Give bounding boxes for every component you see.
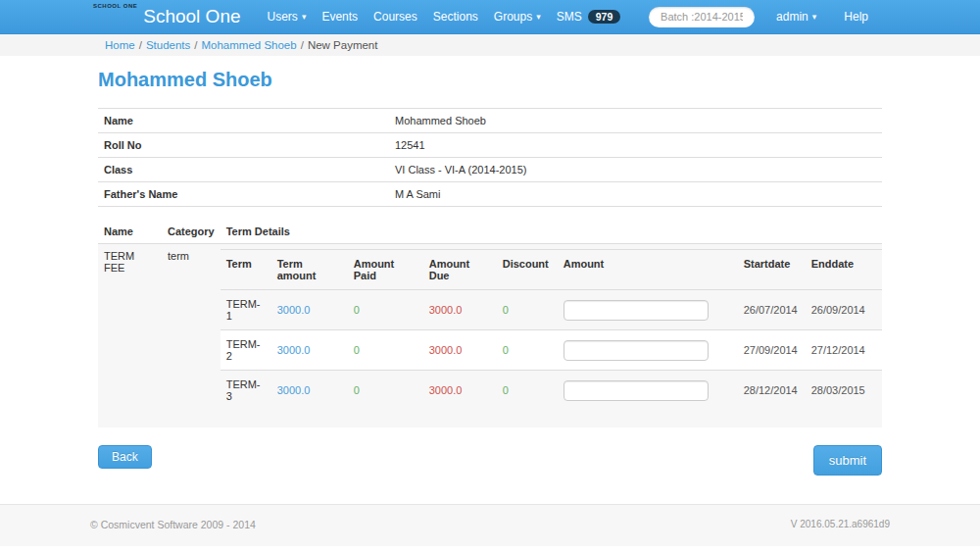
enddate-value: 26/09/2014 bbox=[811, 304, 865, 316]
batch-search-input[interactable] bbox=[649, 7, 755, 27]
table-header-row: Name Category Term Details bbox=[98, 220, 882, 244]
chevron-down-icon: ▾ bbox=[302, 12, 307, 22]
detail-value: Mohammed Shoeb bbox=[389, 109, 882, 133]
chevron-down-icon: ▾ bbox=[812, 12, 817, 22]
amount-due-value: 3000.0 bbox=[429, 304, 463, 316]
amount-input[interactable] bbox=[564, 380, 709, 401]
footer-version: V 2016.05.21.a6961d9 bbox=[791, 519, 890, 530]
breadcrumb-separator: / bbox=[139, 39, 142, 51]
fee-row: TERM FEE term Term Term amount Amount Pa… bbox=[98, 244, 882, 428]
startdate-value: 28/12/2014 bbox=[744, 384, 798, 396]
enddate-value: 27/12/2014 bbox=[811, 344, 865, 356]
nav-item-groups[interactable]: Groups ▾ bbox=[486, 0, 549, 33]
nav-item-events[interactable]: Events bbox=[314, 0, 366, 33]
column-header-enddate: Enddate bbox=[806, 250, 882, 290]
nav-item-users[interactable]: Users ▾ bbox=[260, 0, 315, 33]
term-table: Term Term amount Amount Paid Amount Due … bbox=[220, 249, 882, 410]
amount-input[interactable] bbox=[564, 340, 709, 361]
amount-due-value: 3000.0 bbox=[429, 384, 463, 396]
app-logo: SCHOOL ONE bbox=[93, 3, 137, 9]
term-name: TERM-3 bbox=[220, 371, 271, 411]
table-header-row: Term Term amount Amount Paid Amount Due … bbox=[220, 250, 882, 290]
navbar: SCHOOL ONE School One Users ▾ Events Cou… bbox=[0, 0, 980, 34]
term-amount-link[interactable]: 3000.0 bbox=[277, 304, 311, 316]
term-row: TERM-2 3000.0 0 3000.0 0 27/09/2014 27/1… bbox=[220, 330, 882, 371]
column-header-amount-due: Amount Due bbox=[423, 250, 497, 290]
discount-value: 0 bbox=[503, 304, 509, 316]
table-row: Roll No 12541 bbox=[98, 133, 882, 158]
detail-label: Name bbox=[98, 109, 389, 133]
table-row: Name Mohammed Shoeb bbox=[98, 109, 882, 133]
footer: © Cosmicvent Software 2009 - 2014 V 2016… bbox=[0, 504, 980, 546]
detail-label: Class bbox=[98, 158, 389, 182]
sms-count-badge: 979 bbox=[588, 10, 621, 24]
term-row: TERM-3 3000.0 0 3000.0 0 28/12/2014 28/0… bbox=[220, 371, 882, 411]
term-row: TERM-1 3000.0 0 3000.0 0 26/07/2014 26/0… bbox=[220, 290, 882, 330]
actions-row: Back submit bbox=[98, 445, 882, 476]
term-amount-link[interactable]: 3000.0 bbox=[277, 384, 311, 396]
nav-item-sms[interactable]: SMS 979 bbox=[549, 0, 629, 33]
amount-due-value: 3000.0 bbox=[429, 344, 463, 356]
nav-item-courses[interactable]: Courses bbox=[366, 0, 425, 33]
breadcrumb-separator: / bbox=[194, 39, 197, 51]
navbar-right: admin ▾ Help bbox=[649, 7, 878, 27]
breadcrumb: Home/Students/Mohammed Shoeb/New Payment bbox=[0, 34, 980, 56]
startdate-value: 26/07/2014 bbox=[744, 304, 798, 316]
brand-title: School One bbox=[143, 6, 240, 27]
fee-name: TERM FEE bbox=[98, 244, 162, 428]
breadcrumb-link-students[interactable]: Students bbox=[146, 39, 190, 51]
breadcrumb-separator: / bbox=[301, 39, 304, 51]
amount-paid-value: 0 bbox=[354, 344, 360, 356]
detail-value: M A Sami bbox=[389, 182, 882, 207]
breadcrumb-link-home[interactable]: Home bbox=[105, 39, 135, 51]
fee-table: Name Category Term Details TERM FEE term… bbox=[98, 220, 882, 427]
term-name: TERM-2 bbox=[220, 330, 271, 371]
breadcrumb-link-student[interactable]: Mohammed Shoeb bbox=[202, 39, 297, 51]
column-header-term-details: Term Details bbox=[220, 220, 882, 244]
column-header-term-amount: Term amount bbox=[271, 250, 348, 290]
amount-input[interactable] bbox=[564, 300, 709, 321]
back-button[interactable]: Back bbox=[98, 445, 152, 469]
student-details-table: Name Mohammed Shoeb Roll No 12541 Class … bbox=[98, 108, 882, 207]
table-row: Class VI Class - VI-A (2014-2015) bbox=[98, 158, 882, 182]
table-row: Father's Name M A Sami bbox=[98, 182, 882, 207]
column-header-discount: Discount bbox=[497, 250, 558, 290]
term-amount-link[interactable]: 3000.0 bbox=[277, 344, 311, 356]
column-header-startdate: Startdate bbox=[738, 250, 806, 290]
amount-paid-value: 0 bbox=[354, 304, 360, 316]
footer-copyright: © Cosmicvent Software 2009 - 2014 bbox=[90, 519, 256, 530]
column-header-amount-paid: Amount Paid bbox=[348, 250, 423, 290]
nav-item-admin[interactable]: admin ▾ bbox=[766, 10, 826, 24]
enddate-value: 28/03/2015 bbox=[811, 384, 865, 396]
detail-label: Father's Name bbox=[98, 182, 389, 207]
submit-button[interactable]: submit bbox=[813, 445, 882, 476]
discount-value: 0 bbox=[503, 344, 509, 356]
amount-paid-value: 0 bbox=[354, 384, 360, 396]
nav-item-sections[interactable]: Sections bbox=[425, 0, 486, 33]
detail-label: Roll No bbox=[98, 133, 389, 158]
startdate-value: 27/09/2014 bbox=[744, 344, 798, 356]
page-title: Mohammed Shoeb bbox=[98, 69, 882, 91]
fee-category: term bbox=[162, 244, 220, 428]
term-name: TERM-1 bbox=[220, 290, 271, 330]
column-header-name: Name bbox=[98, 220, 162, 244]
column-header-term: Term bbox=[220, 250, 271, 290]
detail-value: VI Class - VI-A (2014-2015) bbox=[389, 158, 882, 182]
column-header-category: Category bbox=[162, 220, 220, 244]
nav-menu: Users ▾ Events Courses Sections Groups ▾… bbox=[260, 0, 629, 33]
chevron-down-icon: ▾ bbox=[536, 12, 541, 22]
detail-value: 12541 bbox=[389, 133, 882, 158]
nav-item-help[interactable]: Help bbox=[834, 10, 878, 24]
discount-value: 0 bbox=[503, 384, 509, 396]
column-header-amount: Amount bbox=[558, 250, 738, 290]
breadcrumb-current: New Payment bbox=[308, 39, 378, 51]
